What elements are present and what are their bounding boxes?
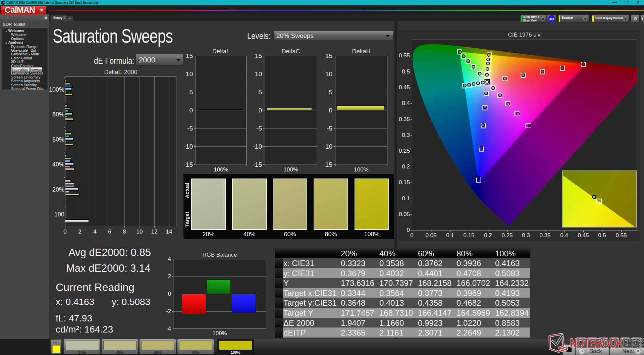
- svg-text:NOTEBOOK: NOTEBOOK: [570, 336, 623, 350]
- svg-text:CHECK: CHECK: [624, 336, 644, 350]
